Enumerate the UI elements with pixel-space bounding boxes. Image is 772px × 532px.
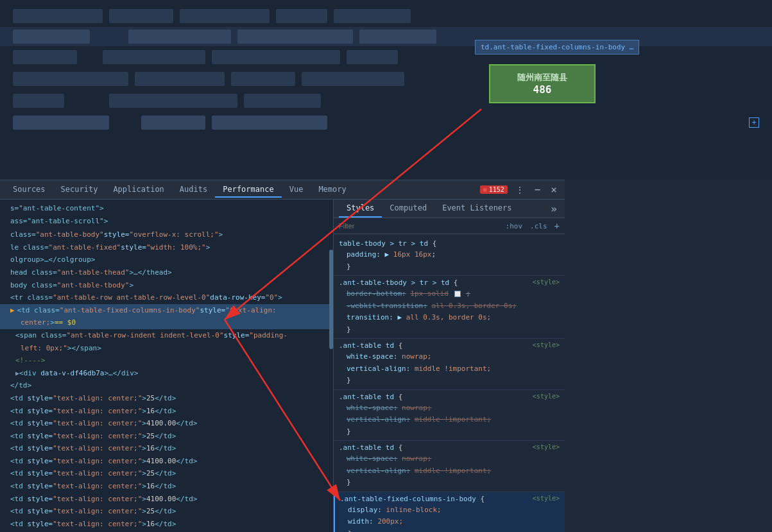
html-line: left: 0px;"></span> bbox=[0, 342, 333, 355]
tab-event-listeners[interactable]: Event Listeners bbox=[434, 200, 519, 218]
bg-cell bbox=[212, 50, 340, 64]
tooltip-text: td.ant-table-fixed-columns-in-body bbox=[481, 43, 625, 51]
html-panel[interactable]: s="ant-table-content"> ass="ant-table-sc… bbox=[0, 200, 334, 532]
html-line: <td style="text-align: center;">4100.00<… bbox=[0, 455, 333, 468]
html-line: body class="ant-table-tbody"> bbox=[0, 279, 333, 292]
style-prop: vertical-align: middle !important; bbox=[339, 363, 560, 375]
bg-cell bbox=[244, 94, 321, 108]
html-line: <!----> bbox=[0, 354, 333, 367]
style-prop: border-bottom: 1px solid ; bbox=[339, 288, 560, 300]
devtools-controls: ⊗ 1152 ⋮ − × bbox=[480, 182, 560, 197]
style-prop-close: } bbox=[340, 528, 560, 533]
tab-security[interactable]: Security bbox=[53, 182, 106, 198]
html-line: <span class="ant-table-row-indent indent… bbox=[0, 329, 333, 342]
style-selector-4: .ant-table td { <style> bbox=[339, 393, 560, 401]
bg-cell bbox=[13, 116, 109, 130]
html-line: <td style="text-align: center;">16</td> bbox=[0, 480, 333, 493]
style-prop-close: } bbox=[339, 261, 560, 273]
devtools-close-button[interactable]: × bbox=[548, 182, 560, 197]
bg-cell bbox=[135, 72, 225, 86]
styles-more-button[interactable]: » bbox=[548, 200, 560, 218]
style-prop: white-space: nowrap; bbox=[339, 453, 560, 465]
devtools-tabs: Sources Security Application Audits Perf… bbox=[5, 182, 354, 198]
element-tooltip: td.ant-table-fixed-columns-in-body … bbox=[475, 40, 639, 55]
style-prop: vertical-align: middle !important; bbox=[339, 465, 560, 477]
html-line: class="ant-table-body" style="overflow-x… bbox=[0, 228, 333, 241]
style-selector: table-tbody > tr > td { bbox=[339, 239, 560, 248]
style-selector-highlighted: .ant-table-fixed-columns-in-body { <styl… bbox=[340, 495, 560, 503]
style-prop-highlighted: display: inline-block; bbox=[340, 504, 560, 517]
devtools-panel: Sources Security Application Audits Perf… bbox=[0, 180, 565, 532]
tab-vue[interactable]: Vue bbox=[282, 182, 311, 198]
tab-computed[interactable]: Computed bbox=[382, 200, 434, 218]
html-line: olgroup>…</colgroup> bbox=[0, 253, 333, 266]
bg-cell bbox=[141, 116, 205, 130]
devtools-minimize-icon[interactable]: − bbox=[532, 182, 544, 197]
style-prop-close: } bbox=[339, 324, 560, 336]
html-line-selected[interactable]: ▶ <td class="ant-table-fixed-columns-in-… bbox=[0, 304, 333, 317]
html-line: s="ant-table-content"> bbox=[0, 202, 333, 215]
tab-sources[interactable]: Sources bbox=[5, 182, 53, 198]
filter-buttons: :hov .cls bbox=[504, 221, 549, 231]
bg-cell bbox=[180, 9, 270, 23]
style-prop-close: } bbox=[339, 375, 560, 387]
bg-cell bbox=[13, 94, 64, 108]
style-prop: transition: ▶ all 0.3s, border 0s; bbox=[339, 312, 560, 324]
style-rule-4: .ant-table td { <style> white-space: now… bbox=[334, 390, 565, 442]
style-selector-3: .ant-table td { <style> bbox=[339, 341, 560, 350]
html-content: s="ant-table-content"> ass="ant-table-sc… bbox=[0, 200, 333, 532]
html-line: ass="ant-table-scroll"> bbox=[0, 215, 333, 228]
tab-performance[interactable]: Performance bbox=[215, 182, 281, 198]
styles-content[interactable]: table-tbody > tr > td { padding: ▶ 16px … bbox=[334, 234, 565, 532]
style-prop: -webkit-transition: all 0.3s, border 0s; bbox=[339, 300, 560, 313]
bg-cell bbox=[359, 30, 436, 44]
style-selector-5: .ant-table td { <style> bbox=[339, 443, 560, 452]
error-badge: ⊗ 1152 bbox=[480, 185, 508, 194]
filter-hov-button[interactable]: :hov bbox=[504, 221, 525, 231]
tab-application[interactable]: Application bbox=[105, 182, 171, 198]
bg-cell bbox=[13, 30, 90, 44]
filter-cls-button[interactable]: .cls bbox=[528, 221, 549, 231]
tab-memory[interactable]: Memory bbox=[311, 182, 354, 198]
bg-cell bbox=[334, 9, 411, 23]
html-line: <td style="text-align: center;">25</td> bbox=[0, 505, 333, 518]
style-rule-2: .ant-table-tbody > tr > td { <style> bor… bbox=[334, 276, 565, 339]
devtools-body: s="ant-table-content"> ass="ant-table-sc… bbox=[0, 200, 565, 532]
html-line: ▶ <div data-v-df46db7a>…</div> bbox=[0, 367, 333, 380]
html-line: </td> bbox=[0, 379, 333, 392]
bg-plus-icon: + bbox=[749, 117, 759, 128]
html-scrollbar-track[interactable] bbox=[329, 200, 333, 532]
style-prop: white-space: nowrap; bbox=[339, 351, 560, 363]
html-line: <td style="text-align: center;">25</td> bbox=[0, 392, 333, 405]
style-prop-close: } bbox=[339, 426, 560, 438]
html-line: <td style="text-align: center;">25</td> bbox=[0, 467, 333, 480]
style-rule: table-tbody > tr > td { padding: ▶ 16px … bbox=[334, 237, 565, 276]
style-prop-highlighted-2: width: 200px; bbox=[340, 516, 560, 528]
html-line-selected-2[interactable]: center;> == $0 bbox=[0, 316, 333, 329]
error-count: 1152 bbox=[489, 186, 504, 193]
style-selector-2: .ant-table-tbody > tr > td { <style> bbox=[339, 279, 560, 287]
html-line: <td style="text-align: center;">25</td> bbox=[0, 430, 333, 443]
tab-audits[interactable]: Audits bbox=[172, 182, 215, 198]
bg-cell bbox=[302, 72, 404, 86]
styles-panel: Styles Computed Event Listeners » :hov .… bbox=[334, 200, 565, 532]
bg-cell bbox=[347, 50, 398, 64]
style-rule-highlighted: .ant-table-fixed-columns-in-body { <styl… bbox=[334, 492, 565, 533]
style-prop-close: } bbox=[339, 477, 560, 489]
bg-cell bbox=[13, 9, 103, 23]
html-line: <tr class="ant-table-row ant-table-row-l… bbox=[0, 291, 333, 304]
add-style-button[interactable]: + bbox=[554, 221, 560, 231]
cell-value: 486 bbox=[533, 83, 552, 96]
tab-styles[interactable]: Styles bbox=[339, 200, 382, 218]
html-line: head class="ant-table-thead">…</thead> bbox=[0, 266, 333, 279]
bg-cell bbox=[13, 50, 77, 64]
style-prop: vertical-align: middle !important; bbox=[339, 414, 560, 426]
styles-filter-input[interactable] bbox=[339, 222, 499, 230]
style-prop: white-space: nowrap; bbox=[339, 402, 560, 415]
devtools-minimize-button[interactable]: ⋮ bbox=[513, 184, 527, 196]
html-scrollbar-thumb[interactable] bbox=[329, 250, 333, 349]
bg-cell bbox=[109, 9, 173, 23]
devtools-titlebar: Sources Security Application Audits Perf… bbox=[0, 180, 565, 200]
bg-cell bbox=[237, 30, 353, 44]
color-swatch bbox=[454, 291, 461, 297]
